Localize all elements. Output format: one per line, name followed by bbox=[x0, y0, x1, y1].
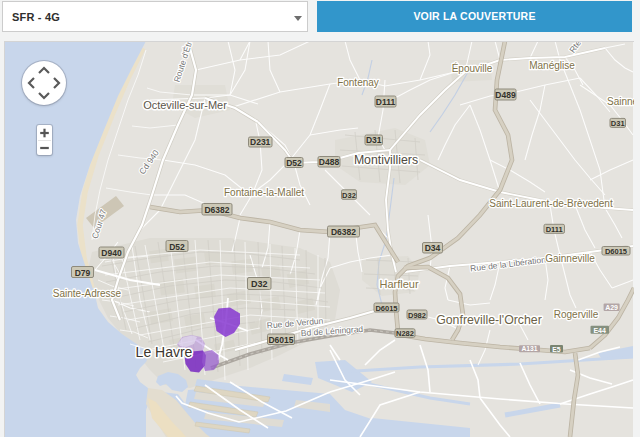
svg-text:Fontaine-la-Mallet: Fontaine-la-Mallet bbox=[224, 187, 304, 198]
svg-text:E5: E5 bbox=[552, 346, 561, 353]
svg-text:D31: D31 bbox=[366, 135, 382, 145]
svg-text:D32: D32 bbox=[342, 191, 356, 200]
svg-text:N282: N282 bbox=[396, 329, 414, 338]
svg-text:Saint-Laurent-de-Brèvedent: Saint-Laurent-de-Brèvedent bbox=[489, 198, 613, 209]
svg-text:Rogerville: Rogerville bbox=[554, 309, 599, 320]
svg-text:D6382: D6382 bbox=[204, 205, 229, 215]
svg-text:D940: D940 bbox=[101, 248, 122, 258]
svg-text:A29: A29 bbox=[605, 304, 618, 311]
svg-text:D6015: D6015 bbox=[605, 247, 627, 256]
svg-text:D6382: D6382 bbox=[331, 227, 356, 237]
svg-text:D52: D52 bbox=[169, 242, 185, 252]
svg-text:D488: D488 bbox=[319, 157, 340, 167]
svg-text:Sainte-Adresse: Sainte-Adresse bbox=[53, 288, 122, 299]
svg-text:Gonfreville-l'Orcher: Gonfreville-l'Orcher bbox=[436, 313, 542, 327]
svg-text:Montivilliers: Montivilliers bbox=[354, 153, 418, 167]
svg-text:D52: D52 bbox=[286, 158, 302, 168]
svg-text:D489: D489 bbox=[495, 90, 516, 100]
svg-text:D982: D982 bbox=[408, 311, 426, 320]
svg-text:D34: D34 bbox=[425, 243, 441, 253]
svg-text:Harfleur: Harfleur bbox=[379, 278, 418, 290]
svg-text:E44: E44 bbox=[593, 327, 606, 334]
svg-text:D231: D231 bbox=[250, 137, 271, 147]
svg-text:D31: D31 bbox=[611, 119, 625, 128]
svg-text:A131: A131 bbox=[521, 345, 537, 352]
svg-text:Sainne: Sainne bbox=[607, 96, 634, 107]
svg-text:Fontenay: Fontenay bbox=[337, 77, 379, 88]
svg-text:Le Havre: Le Havre bbox=[136, 344, 193, 360]
svg-text:D111: D111 bbox=[376, 97, 396, 107]
svg-text:Octeville-sur-Mer: Octeville-sur-Mer bbox=[143, 99, 227, 111]
svg-text:Manéglise: Manéglise bbox=[529, 60, 575, 71]
svg-text:Gainneville: Gainneville bbox=[545, 253, 595, 264]
svg-text:D6015: D6015 bbox=[268, 335, 293, 345]
svg-text:D111: D111 bbox=[546, 225, 563, 234]
svg-text:D32: D32 bbox=[251, 279, 268, 289]
svg-text:Épouville: Épouville bbox=[452, 62, 493, 74]
svg-text:D6015: D6015 bbox=[375, 304, 397, 313]
svg-text:D79: D79 bbox=[75, 268, 91, 278]
